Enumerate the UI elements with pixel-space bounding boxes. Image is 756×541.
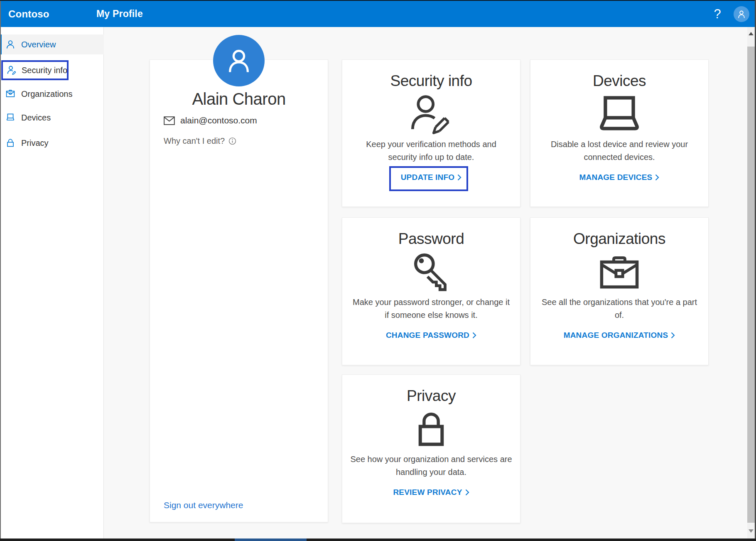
sidebar-item-label: Devices [21,113,51,123]
profile-avatar [213,35,265,86]
briefcase-icon [597,252,642,294]
why-cant-edit-label: Why can't I edit? [164,136,225,146]
user-avatar-icon [225,47,253,74]
person-edit-icon [407,94,455,136]
card-title: Organizations [573,230,665,248]
taskbar-accent [235,539,307,541]
user-name: Alain Charon [150,90,328,108]
sidebar-item-label: Security info [22,66,67,75]
card-title: Devices [593,72,646,90]
scrollbar-thumb[interactable] [747,47,755,523]
link-label: MANAGE DEVICES [579,173,653,182]
security-info-card: Security info Keep your verification met… [342,59,520,207]
laptop-icon [594,94,645,136]
card-description: See all the organizations that you're a … [542,296,697,322]
person-icon [5,39,15,49]
scroll-down-button[interactable] [747,527,755,535]
why-cant-edit-row[interactable]: Why can't I edit? [164,136,236,146]
sidebar-item-label: Organizations [21,89,72,99]
link-label: REVIEW PRIVACY [393,488,462,497]
password-card: Password Make your password stronger, or… [342,217,520,365]
scroll-up-button[interactable] [747,30,755,38]
change-password-link[interactable]: CHANGE PASSWORD [386,331,476,340]
manage-organizations-link[interactable]: MANAGE ORGANIZATIONS [564,331,675,340]
chevron-right-icon [655,174,659,181]
card-title: Password [398,230,464,248]
highlight-box [389,166,468,191]
sidebar-item-organizations[interactable]: Organizations [0,84,104,104]
link-label: CHANGE PASSWORD [386,331,469,340]
help-icon: ? [714,7,721,22]
top-app-bar: Contoso My Profile ? [0,1,756,27]
window-top-border [0,0,756,1]
vertical-scrollbar[interactable] [747,27,755,539]
brand-logo: Contoso [8,1,49,27]
envelope-icon [164,116,175,125]
user-email-row: alain@contoso.com [164,116,257,125]
account-avatar-button[interactable] [734,6,749,22]
card-title: Privacy [407,387,456,405]
sidebar-item-label: Privacy [21,138,49,148]
taskbar-strip [0,539,756,541]
chevron-right-icon [465,489,469,496]
key-icon [411,252,451,294]
sidebar-item-privacy[interactable]: Privacy [0,133,104,153]
card-description: Keep your verification methods and secur… [366,138,496,164]
briefcase-icon [5,89,15,99]
manage-devices-link[interactable]: MANAGE DEVICES [579,173,660,182]
organizations-card: Organizations See all the organizations … [530,217,709,365]
sidebar-item-security-info[interactable]: Security info [1,60,69,80]
chevron-right-icon [472,332,476,339]
sidebar-item-label: Overview [21,40,56,49]
devices-card: Devices Disable a lost device and review… [530,59,709,207]
sidebar-nav: Overview Security info Organizations [0,27,104,539]
window-left-border [0,1,1,539]
privacy-card: Privacy See how your organization and se… [342,374,520,523]
sidebar-item-devices[interactable]: Devices [0,108,104,128]
card-title: Security info [390,72,472,90]
user-avatar-icon [737,10,746,19]
profile-card: Alain Charon alain@contoso.com Why can't… [150,59,328,522]
laptop-icon [5,113,15,123]
review-privacy-link[interactable]: REVIEW PRIVACY [393,488,469,497]
lock-icon [415,409,448,451]
link-label: MANAGE ORGANIZATIONS [564,331,668,340]
card-description: Disable a lost device and review your co… [551,138,688,164]
person-edit-icon [7,65,17,75]
page-title: My Profile [96,1,143,27]
chevron-right-icon [671,332,675,339]
lock-icon [5,138,15,148]
help-button[interactable]: ? [707,1,727,27]
scroll-down-icon [749,529,754,533]
sidebar-item-overview[interactable]: Overview [0,34,104,54]
card-description: See how your organization and services a… [350,453,512,479]
scroll-up-icon [749,32,754,35]
sign-out-everywhere-link[interactable]: Sign out everywhere [164,500,243,510]
card-description: Make your password stronger, or change i… [353,296,510,322]
user-email: alain@contoso.com [180,116,257,125]
info-icon [228,137,236,145]
